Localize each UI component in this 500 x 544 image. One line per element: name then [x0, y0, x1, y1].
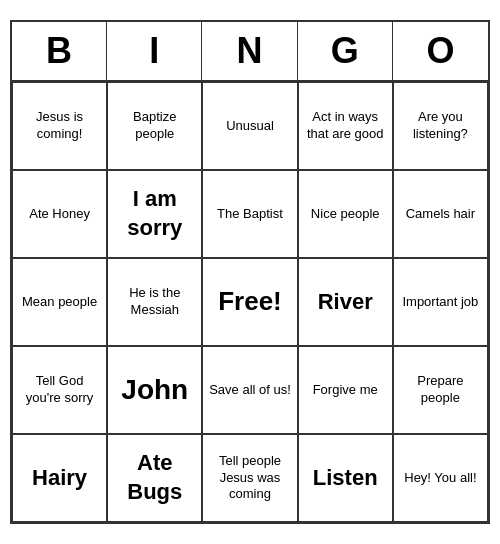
bingo-cell-1: Baptize people	[107, 82, 202, 170]
bingo-cell-7: The Baptist	[202, 170, 297, 258]
bingo-cell-4: Are you listening?	[393, 82, 488, 170]
bingo-header: BINGO	[12, 22, 488, 82]
bingo-cell-17: Save all of us!	[202, 346, 297, 434]
bingo-cell-11: He is the Messiah	[107, 258, 202, 346]
bingo-cell-9: Camels hair	[393, 170, 488, 258]
header-letter-b: B	[12, 22, 107, 80]
bingo-cell-21: Ate Bugs	[107, 434, 202, 522]
bingo-cell-22: Tell people Jesus was coming	[202, 434, 297, 522]
header-letter-i: I	[107, 22, 202, 80]
header-letter-o: O	[393, 22, 488, 80]
bingo-cell-2: Unusual	[202, 82, 297, 170]
bingo-cell-19: Prepare people	[393, 346, 488, 434]
bingo-grid: Jesus is coming!Baptize peopleUnusualAct…	[12, 82, 488, 522]
bingo-cell-6: I am sorry	[107, 170, 202, 258]
bingo-cell-14: Important job	[393, 258, 488, 346]
bingo-cell-3: Act in ways that are good	[298, 82, 393, 170]
header-letter-n: N	[202, 22, 297, 80]
bingo-cell-10: Mean people	[12, 258, 107, 346]
bingo-cell-12: Free!	[202, 258, 297, 346]
bingo-cell-18: Forgive me	[298, 346, 393, 434]
bingo-cell-13: River	[298, 258, 393, 346]
bingo-cell-0: Jesus is coming!	[12, 82, 107, 170]
header-letter-g: G	[298, 22, 393, 80]
bingo-card: BINGO Jesus is coming!Baptize peopleUnus…	[10, 20, 490, 524]
bingo-cell-23: Listen	[298, 434, 393, 522]
bingo-cell-5: Ate Honey	[12, 170, 107, 258]
bingo-cell-8: Nice people	[298, 170, 393, 258]
bingo-cell-16: John	[107, 346, 202, 434]
bingo-cell-15: Tell God you're sorry	[12, 346, 107, 434]
bingo-cell-24: Hey! You all!	[393, 434, 488, 522]
bingo-cell-20: Hairy	[12, 434, 107, 522]
